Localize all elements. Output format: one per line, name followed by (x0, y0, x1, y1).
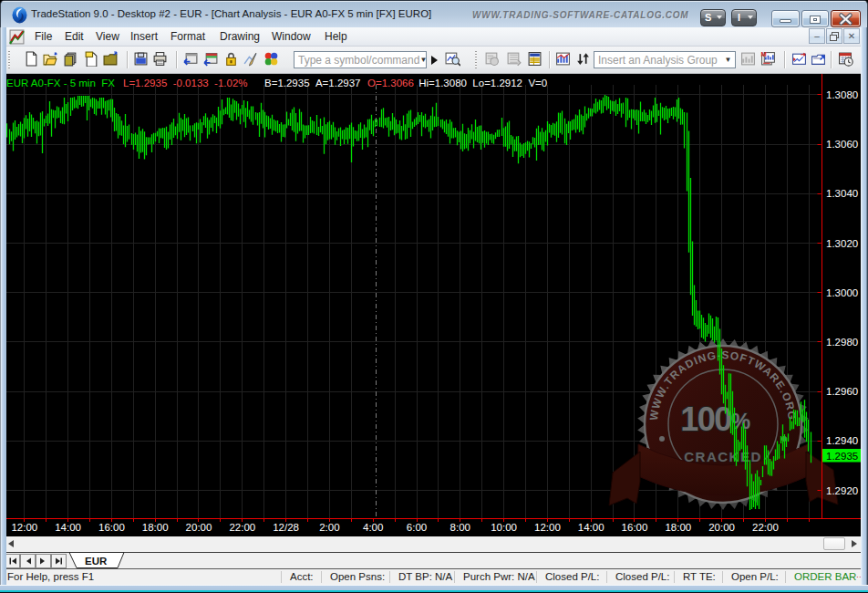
svg-text:16:00: 16:00 (622, 522, 648, 533)
svg-text:1.3000: 1.3000 (826, 287, 858, 298)
svg-text:1.2980: 1.2980 (826, 337, 858, 348)
svg-text:1.2940: 1.2940 (826, 435, 858, 446)
svg-text:1.2935: 1.2935 (826, 451, 858, 462)
svg-text:Hi=1.3080 Lo=1.2912 V=0: Hi=1.3080 Lo=1.2912 V=0 (416, 78, 547, 88)
svg-text:10:00: 10:00 (491, 522, 517, 533)
svg-text:6:00: 6:00 (407, 522, 427, 533)
svg-text:O=1.3066: O=1.3066 (367, 78, 414, 88)
svg-text:8:00: 8:00 (450, 522, 470, 533)
svg-text:1.2920: 1.2920 (826, 485, 858, 496)
svg-text:2:00: 2:00 (319, 522, 339, 533)
svg-text:12/28: 12/28 (273, 522, 299, 533)
svg-text:M: M (761, 51, 767, 58)
svg-text:12:00: 12:00 (534, 522, 561, 533)
svg-text:14:00: 14:00 (578, 522, 604, 533)
svg-text:4:00: 4:00 (363, 522, 383, 533)
svg-text:16:00: 16:00 (98, 522, 125, 533)
svg-text:1.3060: 1.3060 (826, 139, 858, 150)
svg-text:B=1.2935 A=1.2937: B=1.2935 A=1.2937 (264, 78, 361, 88)
svg-text:18:00: 18:00 (142, 522, 169, 533)
svg-text:18:00: 18:00 (665, 522, 691, 533)
svg-text:22:00: 22:00 (229, 522, 255, 533)
svg-text:1.3020: 1.3020 (826, 238, 858, 249)
svg-text:1.2960: 1.2960 (826, 386, 858, 397)
svg-text:L=1.2935 -0.0133 -1.02%: L=1.2935 -0.0133 -1.02% (123, 78, 248, 88)
svg-text:14:00: 14:00 (55, 522, 81, 533)
svg-text:EUR A0-FX - 5 min FX: EUR A0-FX - 5 min FX (6, 78, 115, 88)
svg-text:12:00: 12:00 (11, 522, 37, 533)
svg-text:1.3080: 1.3080 (826, 89, 858, 100)
svg-text:1.3040: 1.3040 (826, 188, 858, 199)
svg-text:22:00: 22:00 (752, 522, 779, 533)
svg-text:20:00: 20:00 (186, 522, 212, 533)
svg-text:20:00: 20:00 (708, 522, 735, 533)
